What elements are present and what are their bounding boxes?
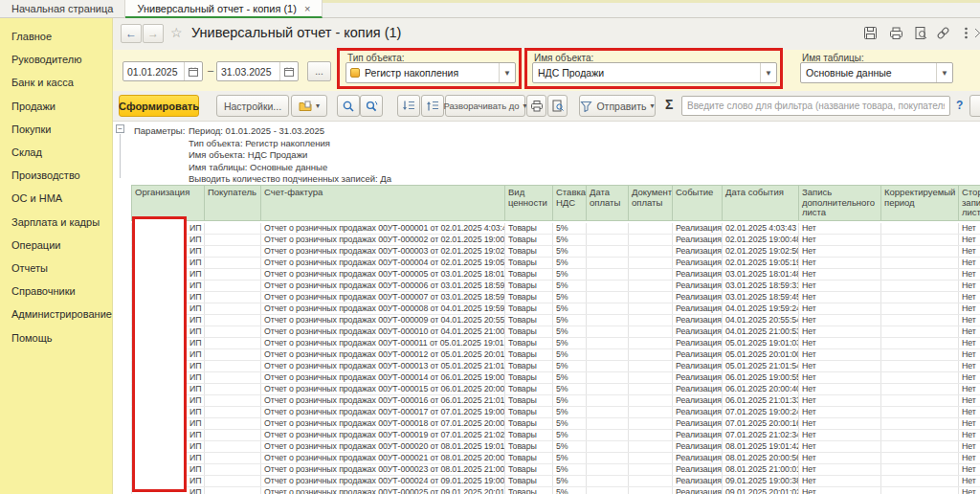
cell-buyer[interactable] [205,361,261,372]
cell-invoice[interactable]: Отчет о розничных продажах 00УТ-000012 о… [261,349,505,361]
cell-buyer[interactable] [205,303,261,315]
cell-extra_sheet[interactable]: Нет [799,235,881,246]
cell-invoice[interactable]: Отчет о розничных продажах 00УТ-000025 о… [261,487,505,494]
column-header[interactable]: Счет-фактура [261,186,505,221]
cell-corr_period[interactable] [881,372,959,384]
cell-vat[interactable]: 5% [553,303,587,315]
sidebar-item[interactable]: Зарплата и кадры [0,211,112,234]
cell-pay_doc[interactable] [629,395,673,407]
cell-vat[interactable]: 5% [553,258,587,269]
cell-storno[interactable]: Нет [959,269,980,281]
cell-extra_sheet[interactable]: Нет [799,361,881,372]
cell-event_date[interactable]: 02.01.2025 19:05:19 [723,258,799,269]
cell-event[interactable]: Реализация [673,281,723,292]
cell-invoice[interactable]: Отчет о розничных продажах 00УТ-000002 о… [261,235,505,246]
cell-corr_period[interactable] [881,441,959,453]
cell-event_date[interactable]: 07.01.2025 20:00:16 [723,418,799,430]
cell-invoice[interactable]: Отчет о розничных продажах 00УТ-000014 о… [261,372,505,384]
cell-storno[interactable]: Нет [959,395,980,407]
cell-invoice[interactable]: Отчет о розничных продажах 00УТ-000018 о… [261,418,505,430]
sidebar-item[interactable]: ОС и НМА [0,187,112,210]
partial-window-icon[interactable] [972,26,980,40]
cell-pay_date[interactable] [587,246,629,258]
cell-event[interactable]: Реализация [673,384,723,395]
cell-extra_sheet[interactable]: Нет [799,281,881,292]
table-row[interactable]: ИПОтчет о розничных продажах 00УТ-000017… [132,407,980,418]
cell-buyer[interactable] [205,269,261,281]
cell-invoice[interactable]: Отчет о розничных продажах 00УТ-000004 о… [261,258,505,269]
tab-home[interactable]: Начальная страница [0,0,125,18]
cell-vat[interactable]: 5% [553,487,587,494]
chevron-down-icon[interactable]: ▼ [936,63,952,82]
cell-pay_date[interactable] [587,349,629,361]
generate-button[interactable]: Сформировать [119,95,199,117]
cell-pay_date[interactable] [587,303,629,315]
cell-event_date[interactable]: 02.01.2025 19:02:50 [723,246,799,258]
cell-storno[interactable]: Нет [959,487,980,494]
expand-to-dropdown[interactable]: Разворачивать до ▾ [445,95,525,117]
cell-vat[interactable]: 5% [553,349,587,361]
cell-corr_period[interactable] [881,453,959,464]
cell-pay_doc[interactable] [629,418,673,430]
cell-storno[interactable]: Нет [959,315,980,326]
cell-kind[interactable]: Товары [505,326,553,338]
cell-event[interactable]: Реализация [673,487,723,494]
cell-vat[interactable]: 5% [553,338,587,349]
cell-corr_period[interactable] [881,476,959,487]
cell-pay_date[interactable] [587,476,629,487]
cell-event[interactable]: Реализация [673,338,723,349]
cell-kind[interactable]: Товары [505,441,553,453]
cell-pay_doc[interactable] [629,407,673,418]
cell-extra_sheet[interactable]: Нет [799,430,881,441]
cell-buyer[interactable] [205,418,261,430]
table-row[interactable]: ИПОтчет о розничных продажах 00УТ-000009… [132,315,980,326]
period-more-button[interactable]: ... [307,61,331,81]
cell-corr_period[interactable] [881,338,959,349]
sidebar-item[interactable]: Банк и касса [0,71,112,94]
cell-vat[interactable]: 5% [553,418,587,430]
cell-corr_period[interactable] [881,418,959,430]
cell-buyer[interactable] [205,395,261,407]
sum-button[interactable]: Σ [665,97,673,112]
cell-buyer[interactable] [205,453,261,464]
cell-pay_date[interactable] [587,361,629,372]
cell-pay_date[interactable] [587,292,629,303]
table-row[interactable]: ИПОтчет о розничных продажах 00УТ-000003… [132,246,980,258]
cell-event_date[interactable]: 02.01.2025 19:00:48 [723,235,799,246]
cell-invoice[interactable]: Отчет о розничных продажах 00УТ-000005 о… [261,269,505,281]
cell-kind[interactable]: Товары [505,464,553,476]
cell-corr_period[interactable] [881,395,959,407]
cell-event[interactable]: Реализация [673,303,723,315]
table-row[interactable]: ИПОтчет о розничных продажах 00УТ-000005… [132,269,980,281]
cell-kind[interactable]: Товары [505,315,553,326]
cell-event_date[interactable]: 06.01.2025 19:00:55 [723,372,799,384]
cell-corr_period[interactable] [881,326,959,338]
column-header[interactable]: Дата оплаты [587,186,629,221]
cell-corr_period[interactable] [881,407,959,418]
cell-pay_doc[interactable] [629,372,673,384]
cell-kind[interactable]: Товары [505,292,553,303]
cell-pay_doc[interactable] [629,361,673,372]
cell-buyer[interactable] [205,372,261,384]
calendar-icon[interactable] [184,62,202,80]
cell-vat[interactable]: 5% [553,281,587,292]
cell-event[interactable]: Реализация [673,464,723,476]
cell-vat[interactable]: 5% [553,292,587,303]
column-header[interactable]: Дата события [723,186,799,221]
sidebar-item[interactable]: Производство [0,164,112,187]
link-icon[interactable] [936,26,950,40]
cell-pay_date[interactable] [587,441,629,453]
cell-event[interactable]: Реализация [673,430,723,441]
cell-storno[interactable]: Нет [959,235,980,246]
table-row[interactable]: ИПОтчет о розничных продажах 00УТ-000002… [132,235,980,246]
cell-extra_sheet[interactable]: Нет [799,372,881,384]
cell-pay_doc[interactable] [629,326,673,338]
table-row[interactable]: ИПОтчет о розничных продажах 00УТ-000001… [132,223,980,235]
cell-pay_date[interactable] [587,407,629,418]
cell-pay_date[interactable] [587,315,629,326]
cell-event_date[interactable]: 03.01.2025 18:01:48 [723,269,799,281]
cell-buyer[interactable] [205,464,261,476]
table-row[interactable]: ИПОтчет о розничных продажах 00УТ-000016… [132,395,980,407]
cell-pay_date[interactable] [587,235,629,246]
cell-storno[interactable]: Нет [959,372,980,384]
